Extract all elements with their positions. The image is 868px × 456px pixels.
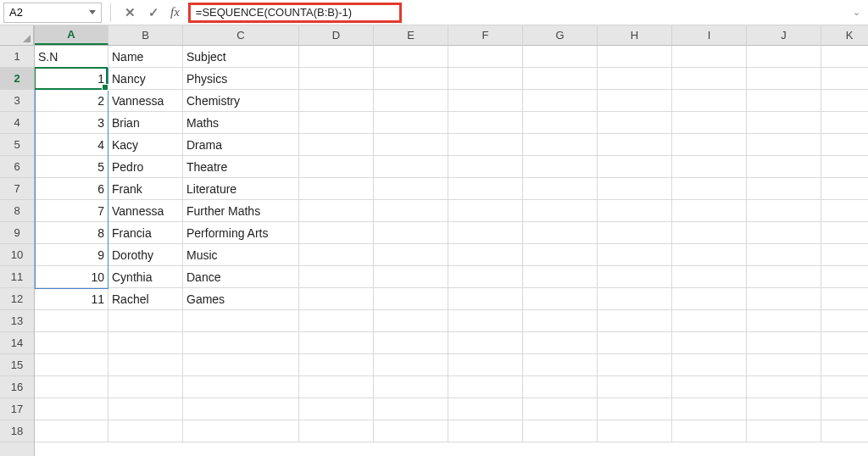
cell[interactable] — [821, 134, 868, 156]
cell[interactable] — [374, 200, 448, 222]
cell[interactable] — [448, 178, 523, 200]
cell[interactable] — [299, 376, 374, 398]
accept-icon[interactable]: ✓ — [143, 3, 164, 23]
cell[interactable] — [672, 332, 747, 354]
col-header-a[interactable]: A — [35, 25, 108, 45]
cell[interactable]: 3 — [35, 112, 108, 134]
cell[interactable] — [598, 68, 672, 90]
cell[interactable] — [747, 46, 821, 68]
cell[interactable] — [821, 288, 868, 310]
cell[interactable] — [108, 420, 183, 442]
cell[interactable] — [374, 68, 448, 90]
col-header-i[interactable]: I — [672, 25, 747, 45]
cell[interactable] — [747, 420, 821, 442]
col-header-k[interactable]: K — [821, 25, 868, 45]
cell[interactable] — [747, 112, 821, 134]
cell[interactable] — [598, 376, 672, 398]
cell[interactable] — [448, 354, 523, 376]
cell[interactable] — [299, 244, 374, 266]
col-header-b[interactable]: B — [108, 25, 183, 45]
cell[interactable] — [747, 310, 821, 332]
cell[interactable] — [747, 288, 821, 310]
cell[interactable] — [108, 354, 183, 376]
cell[interactable] — [672, 46, 747, 68]
row-header-6[interactable]: 6 — [0, 156, 34, 178]
col-header-e[interactable]: E — [374, 25, 448, 45]
cell[interactable]: 10 — [35, 266, 108, 288]
cell[interactable] — [108, 332, 183, 354]
cell[interactable] — [183, 332, 299, 354]
cell[interactable]: Name — [108, 46, 183, 68]
cell[interactable] — [821, 200, 868, 222]
cell[interactable] — [299, 46, 374, 68]
cell[interactable] — [299, 354, 374, 376]
cell[interactable]: Theatre — [183, 156, 299, 178]
cell[interactable] — [747, 90, 821, 112]
row-header-16[interactable]: 16 — [0, 376, 34, 398]
cell[interactable] — [523, 222, 598, 244]
col-header-c[interactable]: C — [183, 25, 299, 45]
cell[interactable] — [35, 310, 108, 332]
cell[interactable] — [598, 222, 672, 244]
cell[interactable] — [821, 68, 868, 90]
cell[interactable] — [374, 288, 448, 310]
cell[interactable]: Drama — [183, 134, 299, 156]
cell[interactable]: Physics — [183, 68, 299, 90]
name-box[interactable]: A2 — [3, 3, 102, 23]
cell[interactable] — [672, 398, 747, 420]
cell[interactable] — [523, 134, 598, 156]
cell[interactable] — [672, 178, 747, 200]
cell[interactable] — [672, 288, 747, 310]
row-header-5[interactable]: 5 — [0, 134, 34, 156]
row-header-1[interactable]: 1 — [0, 46, 34, 68]
cell[interactable] — [448, 376, 523, 398]
row-header-13[interactable]: 13 — [0, 310, 34, 332]
cell[interactable] — [821, 398, 868, 420]
cell[interactable] — [448, 200, 523, 222]
cell[interactable] — [821, 222, 868, 244]
row-header-18[interactable]: 18 — [0, 420, 34, 442]
cell[interactable] — [523, 68, 598, 90]
cell[interactable] — [598, 398, 672, 420]
cell[interactable] — [523, 288, 598, 310]
cell[interactable] — [672, 354, 747, 376]
cell[interactable]: Dorothy — [108, 244, 183, 266]
row-header-2[interactable]: 2 — [0, 68, 34, 90]
cell[interactable] — [747, 398, 821, 420]
cell[interactable] — [299, 310, 374, 332]
cell[interactable] — [299, 112, 374, 134]
cell[interactable] — [598, 200, 672, 222]
cell[interactable] — [821, 332, 868, 354]
cell[interactable] — [672, 376, 747, 398]
cell[interactable] — [598, 244, 672, 266]
row-header-15[interactable]: 15 — [0, 354, 34, 376]
cell[interactable] — [374, 156, 448, 178]
cell[interactable] — [374, 134, 448, 156]
fx-icon[interactable]: fx — [167, 5, 183, 19]
cell[interactable] — [672, 200, 747, 222]
cell[interactable]: Subject — [183, 46, 299, 68]
cell[interactable] — [598, 134, 672, 156]
cell[interactable] — [747, 156, 821, 178]
cell[interactable] — [523, 200, 598, 222]
formula-input[interactable]: =SEQUENCE(COUNTA(B:B)-1) — [188, 3, 402, 23]
cell[interactable] — [448, 310, 523, 332]
cell[interactable] — [598, 420, 672, 442]
cell[interactable]: 11 — [35, 288, 108, 310]
cell[interactable] — [299, 200, 374, 222]
cell[interactable] — [374, 112, 448, 134]
cell[interactable] — [448, 112, 523, 134]
cell[interactable] — [374, 46, 448, 68]
row-header-10[interactable]: 10 — [0, 244, 34, 266]
cell[interactable] — [448, 398, 523, 420]
cell[interactable] — [821, 376, 868, 398]
cell[interactable] — [299, 68, 374, 90]
cell[interactable] — [374, 354, 448, 376]
cell[interactable] — [747, 68, 821, 90]
cell[interactable] — [183, 376, 299, 398]
cell[interactable] — [108, 310, 183, 332]
cell[interactable]: Nancy — [108, 68, 183, 90]
row-header-9[interactable]: 9 — [0, 222, 34, 244]
cell[interactable] — [374, 178, 448, 200]
col-header-f[interactable]: F — [448, 25, 523, 45]
